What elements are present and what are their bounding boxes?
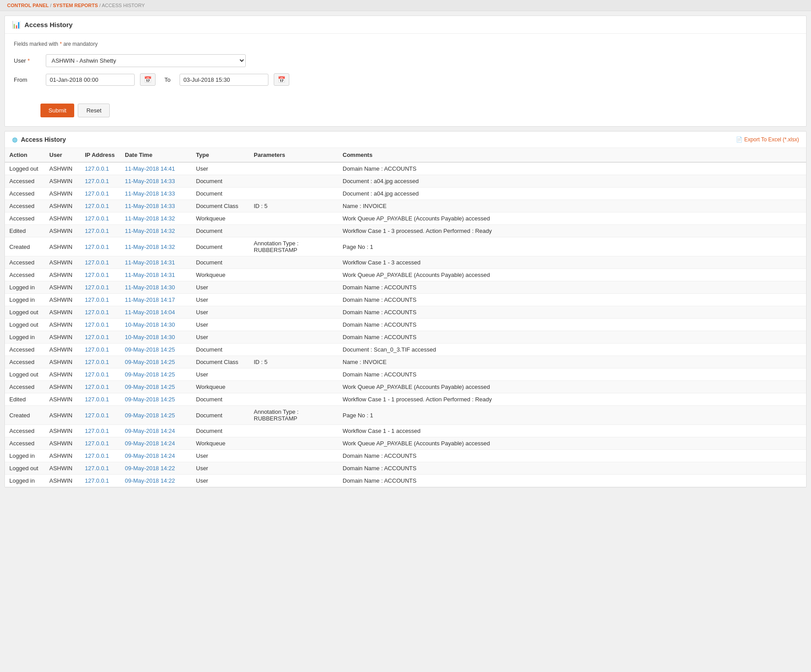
cell-type: Document xyxy=(192,393,249,406)
cell-comments: Domain Name : ACCOUNTS xyxy=(338,306,806,319)
submit-button[interactable]: Submit xyxy=(40,104,74,117)
cell-ip[interactable]: 127.0.0.1 xyxy=(80,212,120,225)
cell-ip[interactable]: 127.0.0.1 xyxy=(80,200,120,212)
cell-ip[interactable]: 127.0.0.1 xyxy=(80,162,120,175)
cell-user: ASHWIN xyxy=(45,237,80,256)
reset-button[interactable]: Reset xyxy=(78,104,110,117)
from-calendar-button[interactable]: 📅 xyxy=(140,73,156,86)
cell-ip[interactable]: 127.0.0.1 xyxy=(80,331,120,344)
cell-ip[interactable]: 127.0.0.1 xyxy=(80,306,120,319)
cell-datetime[interactable]: 09-May-2018 14:25 xyxy=(120,356,192,368)
cell-action: Created xyxy=(5,406,45,425)
table-row: AccessedASHWIN127.0.0.109-May-2018 14:25… xyxy=(5,344,806,356)
cell-type: User xyxy=(192,331,249,344)
cell-datetime[interactable]: 11-May-2018 14:32 xyxy=(120,237,192,256)
cell-datetime[interactable]: 11-May-2018 14:33 xyxy=(120,175,192,188)
cell-datetime[interactable]: 11-May-2018 14:32 xyxy=(120,212,192,225)
cell-datetime[interactable]: 11-May-2018 14:31 xyxy=(120,256,192,269)
cell-ip[interactable]: 127.0.0.1 xyxy=(80,294,120,306)
user-select[interactable]: ASHWIN - Ashwin Shetty xyxy=(46,54,246,67)
cell-type: User xyxy=(192,450,249,462)
table-row: Logged inASHWIN127.0.0.111-May-2018 14:3… xyxy=(5,281,806,294)
cell-ip[interactable]: 127.0.0.1 xyxy=(80,175,120,188)
cell-datetime[interactable]: 11-May-2018 14:04 xyxy=(120,306,192,319)
cell-action: Logged in xyxy=(5,281,45,294)
chart-icon: 📊 xyxy=(12,20,21,29)
cell-datetime[interactable]: 09-May-2018 14:24 xyxy=(120,450,192,462)
cell-ip[interactable]: 127.0.0.1 xyxy=(80,425,120,437)
cell-datetime[interactable]: 10-May-2018 14:30 xyxy=(120,319,192,331)
cell-ip[interactable]: 127.0.0.1 xyxy=(80,406,120,425)
cell-datetime[interactable]: 09-May-2018 14:25 xyxy=(120,381,192,393)
cell-ip[interactable]: 127.0.0.1 xyxy=(80,344,120,356)
cell-datetime[interactable]: 11-May-2018 14:41 xyxy=(120,162,192,175)
breadcrumb-control-panel[interactable]: CONTROL PANEL xyxy=(7,3,49,8)
cell-params xyxy=(249,281,338,294)
cell-ip[interactable]: 127.0.0.1 xyxy=(80,256,120,269)
cell-ip[interactable]: 127.0.0.1 xyxy=(80,237,120,256)
cell-ip[interactable]: 127.0.0.1 xyxy=(80,393,120,406)
cell-datetime[interactable]: 11-May-2018 14:31 xyxy=(120,269,192,281)
cell-ip[interactable]: 127.0.0.1 xyxy=(80,475,120,487)
cell-comments: Domain Name : ACCOUNTS xyxy=(338,319,806,331)
cell-datetime[interactable]: 09-May-2018 14:22 xyxy=(120,462,192,475)
cell-comments: Page No : 1 xyxy=(338,406,806,425)
cell-ip[interactable]: 127.0.0.1 xyxy=(80,381,120,393)
date-range-row: From 📅 To 📅 xyxy=(14,73,797,86)
cell-params xyxy=(249,344,338,356)
col-header-action: Action xyxy=(5,148,45,162)
cell-user: ASHWIN xyxy=(45,212,80,225)
cell-ip[interactable]: 127.0.0.1 xyxy=(80,462,120,475)
cell-ip[interactable]: 127.0.0.1 xyxy=(80,269,120,281)
cell-datetime[interactable]: 09-May-2018 14:25 xyxy=(120,344,192,356)
from-date-input[interactable] xyxy=(46,74,135,86)
cell-datetime[interactable]: 09-May-2018 14:24 xyxy=(120,437,192,450)
cell-type: Document xyxy=(192,344,249,356)
mandatory-note: Fields marked with * are mandatory xyxy=(14,41,797,47)
to-calendar-button[interactable]: 📅 xyxy=(274,73,289,86)
cell-type: Document xyxy=(192,406,249,425)
from-label: From xyxy=(14,76,40,83)
cell-ip[interactable]: 127.0.0.1 xyxy=(80,450,120,462)
results-section: ◍ Access History 📄 Export To Excel (*.xl… xyxy=(4,131,807,488)
cell-datetime[interactable]: 09-May-2018 14:24 xyxy=(120,425,192,437)
cell-action: Edited xyxy=(5,225,45,237)
cell-user: ASHWIN xyxy=(45,188,80,200)
cell-datetime[interactable]: 10-May-2018 14:30 xyxy=(120,331,192,344)
cell-datetime[interactable]: 11-May-2018 14:33 xyxy=(120,188,192,200)
cell-ip[interactable]: 127.0.0.1 xyxy=(80,225,120,237)
breadcrumb: CONTROL PANEL / SYSTEM REPORTS / ACCESS … xyxy=(0,0,811,11)
cell-type: Workqueue xyxy=(192,212,249,225)
cell-datetime[interactable]: 09-May-2018 14:22 xyxy=(120,475,192,487)
cell-type: Document xyxy=(192,175,249,188)
cell-comments: Domain Name : ACCOUNTS xyxy=(338,281,806,294)
table-row: Logged inASHWIN127.0.0.109-May-2018 14:2… xyxy=(5,450,806,462)
breadcrumb-system-reports[interactable]: SYSTEM REPORTS xyxy=(53,3,98,8)
cell-action: Accessed xyxy=(5,269,45,281)
cell-action: Edited xyxy=(5,393,45,406)
cell-ip[interactable]: 127.0.0.1 xyxy=(80,188,120,200)
cell-params xyxy=(249,393,338,406)
cell-datetime[interactable]: 11-May-2018 14:32 xyxy=(120,225,192,237)
cell-ip[interactable]: 127.0.0.1 xyxy=(80,437,120,450)
cell-datetime[interactable]: 09-May-2018 14:25 xyxy=(120,406,192,425)
export-excel-link[interactable]: 📄 Export To Excel (*.xlsx) xyxy=(736,136,799,143)
cell-datetime[interactable]: 11-May-2018 14:33 xyxy=(120,200,192,212)
cell-ip[interactable]: 127.0.0.1 xyxy=(80,319,120,331)
to-date-input[interactable] xyxy=(180,74,268,86)
cell-datetime[interactable]: 09-May-2018 14:25 xyxy=(120,368,192,381)
cell-action: Logged out xyxy=(5,368,45,381)
cell-datetime[interactable]: 11-May-2018 14:30 xyxy=(120,281,192,294)
cell-params xyxy=(249,294,338,306)
cell-user: ASHWIN xyxy=(45,331,80,344)
table-row: Logged outASHWIN127.0.0.111-May-2018 14:… xyxy=(5,162,806,175)
cell-params: Annotation Type : RUBBERSTAMP xyxy=(249,406,338,425)
cell-action: Accessed xyxy=(5,175,45,188)
cell-ip[interactable]: 127.0.0.1 xyxy=(80,368,120,381)
cell-datetime[interactable]: 11-May-2018 14:17 xyxy=(120,294,192,306)
cell-datetime[interactable]: 09-May-2018 14:25 xyxy=(120,393,192,406)
results-header: ◍ Access History 📄 Export To Excel (*.xl… xyxy=(5,132,806,148)
cell-ip[interactable]: 127.0.0.1 xyxy=(80,356,120,368)
cell-ip[interactable]: 127.0.0.1 xyxy=(80,281,120,294)
col-header-params: Parameters xyxy=(249,148,338,162)
